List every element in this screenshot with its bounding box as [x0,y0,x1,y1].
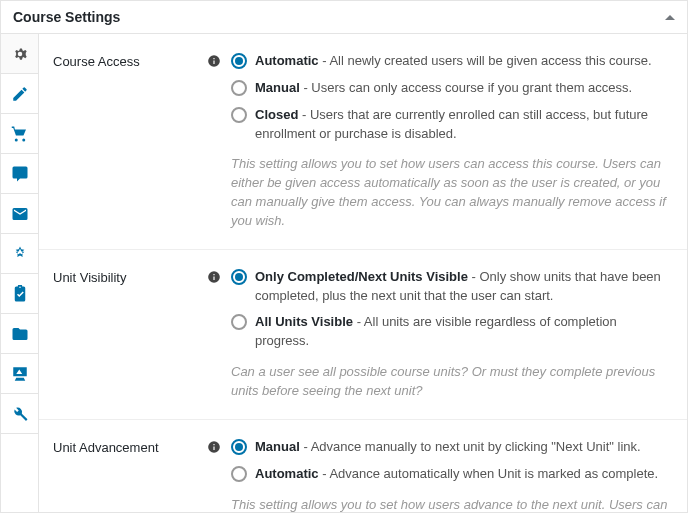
chat-icon [11,165,29,183]
tab-general[interactable] [1,34,38,74]
radio-icon [231,466,247,482]
info-icon[interactable] [203,268,221,401]
help-text: This setting allows you to set how users… [231,496,669,513]
tab-edit[interactable] [1,74,38,114]
option-all-units[interactable]: All Units Visible - All units are visibl… [231,313,669,351]
panel-header[interactable]: Course Settings [1,1,687,34]
badge-icon [11,245,29,263]
collapse-caret-icon [665,15,675,20]
radio-icon [231,314,247,330]
tab-clipboard[interactable] [1,274,38,314]
tab-mail[interactable] [1,194,38,234]
radio-icon [231,80,247,96]
tab-badge[interactable] [1,234,38,274]
edit-icon [11,85,29,103]
gear-icon [11,45,29,63]
setting-label: Unit Advancement [53,438,193,512]
mail-icon [11,205,29,223]
option-manual[interactable]: Manual - Users can only access course if… [231,79,669,98]
cart-icon [11,125,29,143]
tab-folder[interactable] [1,314,38,354]
radio-icon [231,107,247,123]
clipboard-check-icon [11,285,29,303]
help-text: Can a user see all possible course units… [231,363,669,401]
info-icon[interactable] [203,52,221,231]
option-advance-automatic[interactable]: Automatic - Advance automatically when U… [231,465,669,484]
tab-cart[interactable] [1,114,38,154]
tab-presentation[interactable] [1,354,38,394]
option-automatic[interactable]: Automatic - All newly created users will… [231,52,669,71]
settings-tabs [1,34,39,512]
presentation-icon [11,365,29,383]
radio-icon [231,53,247,69]
option-completed-next[interactable]: Only Completed/Next Units Visible - Only… [231,268,669,306]
radio-icon [231,269,247,285]
setting-course-access: Course Access Automatic - All newly crea… [39,34,687,250]
setting-label: Course Access [53,52,193,231]
info-icon[interactable] [203,438,221,512]
option-advance-manual[interactable]: Manual - Advance manually to next unit b… [231,438,669,457]
tab-comment[interactable] [1,154,38,194]
radio-icon [231,439,247,455]
folder-icon [11,325,29,343]
help-text: This setting allows you to set how users… [231,155,669,230]
setting-unit-visibility: Unit Visibility Only Completed/Next Unit… [39,250,687,420]
option-closed[interactable]: Closed - Users that are currently enroll… [231,106,669,144]
tab-tools[interactable] [1,394,38,434]
setting-label: Unit Visibility [53,268,193,401]
setting-unit-advancement: Unit Advancement Manual - Advance manual… [39,420,687,512]
panel-title: Course Settings [13,9,120,25]
settings-content: Course Access Automatic - All newly crea… [39,34,687,512]
wrench-icon [11,405,29,423]
